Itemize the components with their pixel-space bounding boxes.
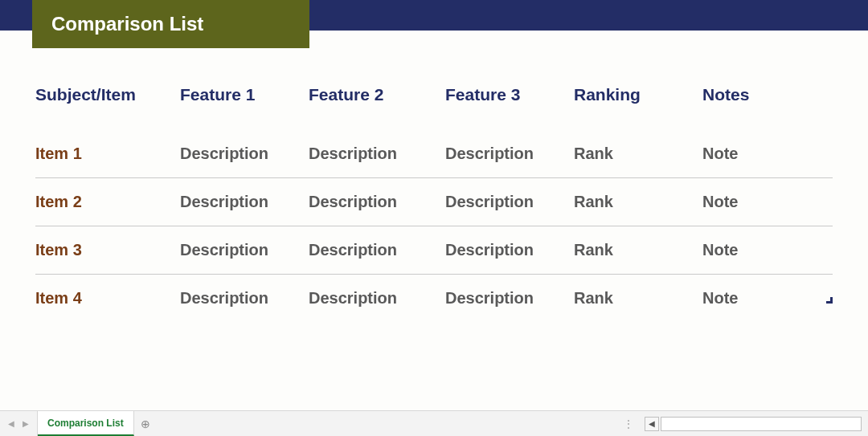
- header-feature-1[interactable]: Feature 1: [180, 85, 309, 130]
- cell-feature-2[interactable]: Description: [309, 226, 445, 275]
- title-block: Comparison List: [32, 0, 309, 48]
- page-title: Comparison List: [51, 13, 203, 35]
- cell-feature-3[interactable]: Description: [445, 130, 574, 178]
- cell-feature-1[interactable]: Description: [180, 226, 309, 275]
- cell-feature-1[interactable]: Description: [180, 178, 309, 226]
- cell-rank[interactable]: Rank: [574, 130, 702, 178]
- cell-feature-3[interactable]: Description: [445, 178, 574, 226]
- scroll-track[interactable]: [661, 417, 862, 431]
- comparison-table: Subject/Item Feature 1 Feature 2 Feature…: [35, 85, 833, 322]
- table-corner-marker: [826, 297, 833, 304]
- table-row: Item 4 Description Description Descripti…: [35, 275, 833, 323]
- table-header-row: Subject/Item Feature 1 Feature 2 Feature…: [35, 85, 833, 130]
- sheet-nav-next-icon[interactable]: ▶: [21, 418, 31, 430]
- cell-feature-1[interactable]: Description: [180, 130, 309, 178]
- cell-notes[interactable]: Note: [702, 226, 833, 275]
- status-bar-spacer: [157, 411, 616, 436]
- sheet-tab-active[interactable]: Comparison List: [38, 411, 134, 436]
- plus-icon: ⊕: [141, 418, 150, 430]
- cell-rank[interactable]: Rank: [574, 178, 702, 226]
- add-sheet-button[interactable]: ⊕: [134, 411, 157, 436]
- cell-subject[interactable]: Item 2: [35, 178, 180, 226]
- cell-rank[interactable]: Rank: [574, 226, 702, 275]
- table-row: Item 2 Description Description Descripti…: [35, 178, 833, 226]
- sheet-tab-label: Comparison List: [47, 418, 124, 429]
- header-subject[interactable]: Subject/Item: [35, 85, 180, 130]
- cell-feature-3[interactable]: Description: [445, 275, 574, 323]
- sheet-nav: ◀ ▶: [0, 411, 38, 436]
- sheet-nav-prev-icon[interactable]: ◀: [6, 418, 16, 430]
- horizontal-scrollbar[interactable]: ◀: [643, 411, 868, 436]
- header-feature-2[interactable]: Feature 2: [309, 85, 445, 130]
- cell-subject[interactable]: Item 3: [35, 226, 180, 275]
- cell-subject[interactable]: Item 4: [35, 275, 180, 323]
- table-row: Item 1 Description Description Descripti…: [35, 130, 833, 178]
- cell-rank[interactable]: Rank: [574, 275, 702, 323]
- cell-notes[interactable]: Note: [702, 130, 833, 178]
- cell-subject[interactable]: Item 1: [35, 130, 180, 178]
- header-notes[interactable]: Notes: [702, 85, 833, 130]
- header-ranking[interactable]: Ranking: [574, 85, 702, 130]
- cell-feature-1[interactable]: Description: [180, 275, 309, 323]
- cell-notes[interactable]: Note: [702, 275, 833, 323]
- sheet-area: Subject/Item Feature 1 Feature 2 Feature…: [0, 31, 868, 322]
- cell-feature-3[interactable]: Description: [445, 226, 574, 275]
- header-bar: Comparison List: [0, 0, 868, 31]
- cell-feature-2[interactable]: Description: [309, 130, 445, 178]
- cell-feature-2[interactable]: Description: [309, 178, 445, 226]
- sheet-drag-handle-icon[interactable]: ⋮: [616, 411, 643, 436]
- table-row: Item 3 Description Description Descripti…: [35, 226, 833, 275]
- status-bar: ◀ ▶ Comparison List ⊕ ⋮ ◀: [0, 410, 868, 436]
- cell-feature-2[interactable]: Description: [309, 275, 445, 323]
- scroll-left-icon[interactable]: ◀: [645, 417, 659, 431]
- header-feature-3[interactable]: Feature 3: [445, 85, 574, 130]
- cell-notes[interactable]: Note: [702, 178, 833, 226]
